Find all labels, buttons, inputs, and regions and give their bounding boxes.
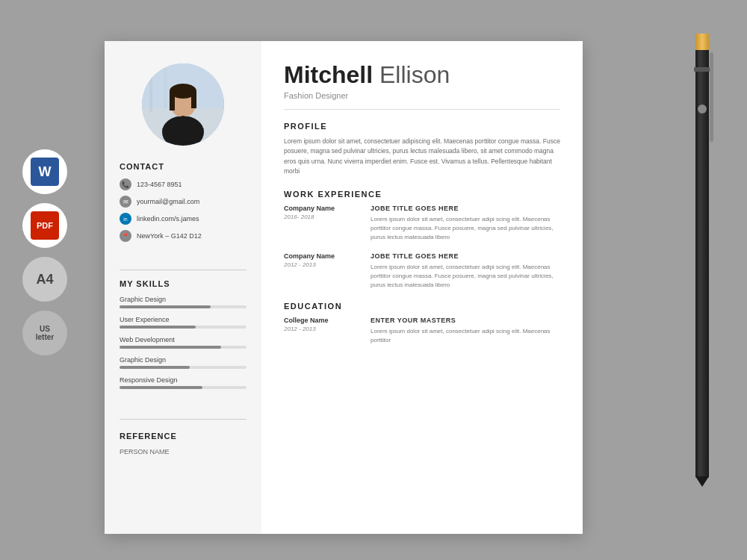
work-left: Company Name 2012 - 2013 <box>284 252 359 290</box>
degree-title: ENTER YOUR MASTERS <box>371 317 560 324</box>
cv-job-title: Fashion Designer <box>284 91 560 100</box>
education-section: EDUCATION College Name 2012 - 2013 ENTER… <box>284 302 560 345</box>
skill-item: Graphic Design <box>120 296 247 308</box>
work-right: JOBE TITLE GOES HERE Lorem ipsum dolor s… <box>371 252 560 290</box>
work-dates: 2012 - 2013 <box>284 261 359 268</box>
skills-section: MY SKILLS Graphic Design User Experience… <box>120 279 247 396</box>
skill-bar-fill <box>120 366 190 369</box>
college-name: College Name <box>284 317 359 324</box>
avatar-svg <box>142 63 224 146</box>
linkedin-icon: in <box>120 213 131 225</box>
contact-section: CONTACT 📞 123-4567 8951 ✉ yourmail@gmail… <box>120 162 247 247</box>
profile-section: PROFILE Lorem ipsum dolor sit amet, cons… <box>284 122 560 176</box>
email-icon: ✉ <box>120 196 131 208</box>
edu-right: ENTER YOUR MASTERS Lorem ipsum dolor sit… <box>371 317 560 345</box>
pdf-icon: PDF <box>31 211 59 240</box>
edu-dates: 2012 - 2013 <box>284 326 359 332</box>
job-desc: Lorem ipsum dolor sit amet, consectetuer… <box>371 215 560 242</box>
svg-rect-3 <box>149 67 152 112</box>
skill-bar-bg <box>120 326 247 329</box>
format-icons: W PDF A4 US letter <box>22 149 67 355</box>
profile-text: Lorem ipsum dolor sit amet, consectetuer… <box>284 137 560 176</box>
job-desc: Lorem ipsum dolor sit amet, consectetuer… <box>371 263 560 290</box>
cv-right-column: Mitchell Ellison Fashion Designer PROFIL… <box>261 41 583 534</box>
skill-name: User Experience <box>120 316 247 323</box>
skill-item: User Experience <box>120 316 247 329</box>
svg-rect-10 <box>191 92 196 108</box>
contact-email: ✉ yourmail@gmail.com <box>120 196 247 208</box>
work-left: Company Name 2016- 2018 <box>284 205 359 242</box>
skill-item: Graphic Design <box>120 356 247 369</box>
skill-name: Web Development <box>120 336 247 343</box>
skill-bar-fill <box>120 386 202 389</box>
svg-rect-4 <box>164 67 167 108</box>
job-title: JOBE TITLE GOES HERE <box>371 205 560 212</box>
email-text: yourmail@gmail.com <box>137 198 199 205</box>
photo-container <box>120 63 247 146</box>
skill-bar-bg <box>120 305 247 308</box>
phone-icon: 📞 <box>120 178 131 190</box>
svg-rect-9 <box>170 92 175 111</box>
contact-address: 📍 NewYork – G142 D12 <box>120 230 247 242</box>
pen-decoration <box>680 45 725 523</box>
work-title: WORK EXPERIENCE <box>284 190 560 199</box>
profile-title: PROFILE <box>284 122 560 131</box>
skill-name: Graphic Design <box>120 296 247 303</box>
location-icon: 📍 <box>120 230 131 242</box>
skill-bar-bg <box>120 366 247 369</box>
reference-person-label: PERSON NAME <box>120 448 247 455</box>
skill-bar-bg <box>120 346 247 349</box>
phone-text: 123-4567 8951 <box>137 181 182 188</box>
skill-bar-fill <box>120 326 196 329</box>
cv-first-name: Mitchell <box>284 61 373 88</box>
work-entry: Company Name 2012 - 2013 JOBE TITLE GOES… <box>284 252 560 290</box>
edu-desc: Lorem ipsum dolor sit amet, consectetuer… <box>371 327 560 345</box>
reference-title: REFERENCE <box>120 432 247 441</box>
pdf-format-badge[interactable]: PDF <box>22 203 67 248</box>
edu-entry: College Name 2012 - 2013 ENTER YOUR MAST… <box>284 317 560 345</box>
pen-logo <box>698 105 707 113</box>
company-name: Company Name <box>284 252 359 260</box>
profile-photo <box>142 63 224 146</box>
skill-bar-bg <box>120 386 247 389</box>
divider-2 <box>120 419 247 420</box>
edu-left: College Name 2012 - 2013 <box>284 317 359 345</box>
skill-name: Responsive Design <box>120 376 247 384</box>
name-divider <box>284 109 560 110</box>
a4-format-badge[interactable]: A4 <box>22 257 67 302</box>
word-icon: W <box>31 158 59 186</box>
pen-band <box>694 67 710 72</box>
work-entries-list: Company Name 2016- 2018 JOBE TITLE GOES … <box>284 205 560 290</box>
skill-item: Responsive Design <box>120 376 247 389</box>
contact-linkedin: in linkedin.com/s.james <box>120 213 247 225</box>
skill-name: Graphic Design <box>120 356 247 364</box>
us-format-badge[interactable]: US letter <box>22 311 67 355</box>
cv-left-column: CONTACT 📞 123-4567 8951 ✉ yourmail@gmail… <box>105 41 261 534</box>
skill-bar-fill <box>120 305 211 308</box>
cv-name: Mitchell Ellison <box>284 62 560 88</box>
contact-phone: 📞 123-4567 8951 <box>120 178 247 190</box>
linkedin-text: linkedin.com/s.james <box>137 215 199 223</box>
divider-1 <box>120 270 247 270</box>
contact-title: CONTACT <box>120 162 247 171</box>
work-entry: Company Name 2016- 2018 JOBE TITLE GOES … <box>284 205 560 242</box>
word-format-badge[interactable]: W <box>22 149 67 194</box>
education-entries-list: College Name 2012 - 2013 ENTER YOUR MAST… <box>284 317 560 345</box>
skills-list: Graphic Design User Experience Web Devel… <box>120 296 247 389</box>
education-title: EDUCATION <box>284 302 560 311</box>
skill-item: Web Development <box>120 336 247 349</box>
address-text: NewYork – G142 D12 <box>137 232 202 240</box>
pen-body <box>695 45 709 478</box>
reference-section: REFERENCE PERSON NAME <box>120 432 247 455</box>
cv-last-name: Ellison <box>379 61 450 88</box>
company-name: Company Name <box>284 205 359 212</box>
work-experience-section: WORK EXPERIENCE Company Name 2016- 2018 … <box>284 190 560 290</box>
work-dates: 2016- 2018 <box>284 214 359 220</box>
skills-title: MY SKILLS <box>120 279 247 288</box>
cv-document: CONTACT 📞 123-4567 8951 ✉ yourmail@gmail… <box>105 41 583 534</box>
pen-clip <box>710 52 713 142</box>
work-right: JOBE TITLE GOES HERE Lorem ipsum dolor s… <box>371 205 560 242</box>
job-title: JOBE TITLE GOES HERE <box>371 252 560 260</box>
skill-bar-fill <box>120 346 221 349</box>
